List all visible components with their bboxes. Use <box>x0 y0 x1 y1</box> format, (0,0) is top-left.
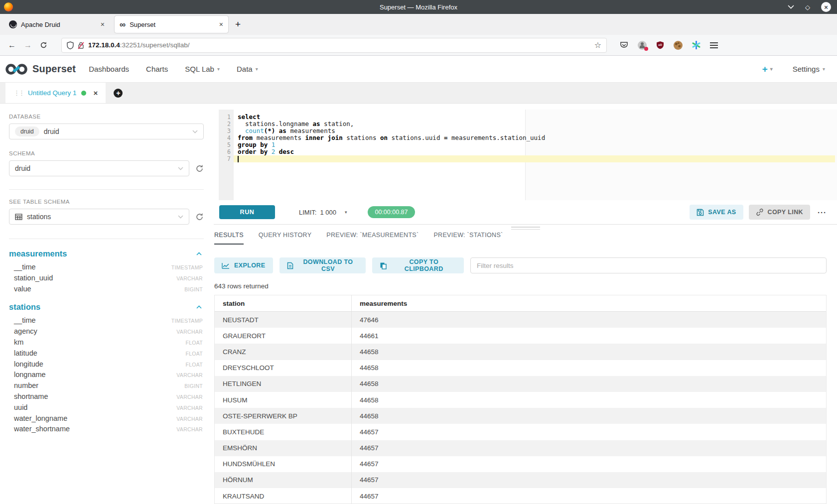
caret-down-icon: ▾ <box>217 66 220 72</box>
column-name: water_shortname <box>14 425 70 433</box>
table-row[interactable]: HUNDSMÜHLEN44657 <box>215 456 826 472</box>
link-icon <box>756 208 764 216</box>
window-close-icon[interactable]: × <box>821 2 831 12</box>
tab-close-icon[interactable]: × <box>219 20 223 28</box>
extension-icon[interactable] <box>638 41 647 50</box>
limit-dropdown[interactable]: LIMIT: 1 000 ▾ <box>299 209 347 216</box>
tab-close-icon[interactable]: × <box>101 20 105 28</box>
code-line[interactable]: count(*) as measurements <box>234 127 837 134</box>
table-row[interactable]: HUSUM44658 <box>215 392 826 408</box>
more-options-icon[interactable]: ··· <box>818 208 827 217</box>
schema-table-name[interactable]: stations <box>9 302 40 312</box>
table-row[interactable]: NEUSTADT47646 <box>215 312 826 328</box>
browser-tab-superset[interactable]: ∞ Superset × <box>115 16 228 33</box>
explore-button[interactable]: EXPLORE <box>214 257 273 273</box>
table-row[interactable]: BUXTEHUDE44657 <box>215 424 826 440</box>
code-line[interactable]: select <box>234 114 837 121</box>
editor-code-area[interactable]: select stations.longname as station, cou… <box>234 110 837 200</box>
settings-menu[interactable]: Settings▾ <box>793 65 825 73</box>
column-type: BIGINT <box>184 383 204 389</box>
window-restore-icon[interactable]: ◇ <box>805 3 810 11</box>
insecure-lock-icon[interactable] <box>78 41 84 49</box>
menu-icon[interactable] <box>710 45 718 46</box>
add-query-tab-button[interactable]: + <box>106 83 131 103</box>
database-select[interactable]: druid druid <box>9 124 204 139</box>
copy-link-button[interactable]: COPY LINK <box>749 205 810 220</box>
table-row[interactable]: GRAUERORT44661 <box>215 328 826 344</box>
gutter-line-number: 1 <box>219 114 234 121</box>
table-select[interactable]: stations <box>9 209 189 225</box>
schema-column-row: latitudeFLOAT <box>9 349 204 360</box>
superset-logo-icon <box>5 62 28 76</box>
schema-select[interactable]: druid <box>9 160 189 176</box>
cookie-icon[interactable] <box>674 41 683 50</box>
nav-item-data[interactable]: Data▾ <box>237 65 258 73</box>
reload-icon[interactable] <box>40 41 47 49</box>
druid-favicon-icon <box>9 20 17 28</box>
refresh-schema-icon[interactable] <box>195 164 204 173</box>
results-pane: RESULTS QUERY HISTORY PREVIEW: `MEASUREM… <box>214 224 837 504</box>
schema-label: SCHEMA <box>9 150 204 156</box>
column-header-station[interactable]: station <box>223 300 245 307</box>
database-label: DATABASE <box>9 114 204 120</box>
tab-results[interactable]: RESULTS <box>214 232 244 245</box>
table-row[interactable]: CRANZ44658 <box>215 344 826 360</box>
save-icon <box>697 209 704 216</box>
pane-resize-handle[interactable] <box>511 227 540 231</box>
tab-preview-measurements[interactable]: PREVIEW: `MEASUREMENTS` <box>326 232 418 245</box>
table-row[interactable]: HÖRNUM44657 <box>215 472 826 488</box>
station-cell: OSTE-SPERRWERK BP <box>223 412 297 420</box>
pocket-icon[interactable] <box>620 41 628 49</box>
shield-icon[interactable] <box>67 41 74 49</box>
table-row[interactable]: HETLINGEN44658 <box>215 376 826 392</box>
new-tab-icon[interactable]: + <box>235 19 241 30</box>
tab-title: Apache Druid <box>21 21 97 28</box>
table-row[interactable]: DREYSCHLOOT44658 <box>215 360 826 376</box>
copy-clipboard-button[interactable]: COPY TO CLIPBOARD <box>372 257 464 273</box>
superset-brand[interactable]: Superset <box>5 62 76 76</box>
forward-icon[interactable]: → <box>24 41 32 50</box>
column-type: BIGINT <box>184 286 204 292</box>
refresh-table-icon[interactable] <box>195 213 204 221</box>
measurements-cell: 44658 <box>360 396 379 404</box>
schema-column-row: shortnameVARCHAR <box>9 392 204 403</box>
ublock-icon[interactable]: uO <box>656 41 664 49</box>
download-csv-button[interactable]: DOWNLOAD TO CSV <box>279 257 366 273</box>
drag-dots-icon[interactable]: ⋮⋮ <box>13 89 23 97</box>
url-bar[interactable]: 172.18.0.4:32251/superset/sqllab/ ☆ <box>61 38 607 53</box>
filter-results-input[interactable] <box>470 257 827 273</box>
gutter-line-number: 5 <box>219 141 234 148</box>
results-table-header[interactable]: station measurements <box>215 295 826 312</box>
table-row[interactable]: OSTE-SPERRWERK BP44658 <box>215 408 826 424</box>
save-as-button[interactable]: SAVE AS <box>690 205 743 220</box>
chevron-up-icon[interactable] <box>196 305 204 309</box>
back-icon[interactable]: ← <box>8 41 16 50</box>
code-line[interactable]: stations.longname as station, <box>234 121 837 127</box>
column-header-measurements[interactable]: measurements <box>360 300 407 307</box>
sql-editor[interactable]: 1234567 select stations.longname as stat… <box>219 110 837 200</box>
nav-item-charts[interactable]: Charts <box>146 65 168 73</box>
tab-preview-stations[interactable]: PREVIEW: `STATIONS` <box>433 232 503 245</box>
browser-tab-apache-druid[interactable]: Apache Druid × <box>4 16 110 33</box>
table-row[interactable]: KRAUTSAND44657 <box>215 488 826 504</box>
url-text[interactable]: 172.18.0.4:32251/superset/sqllab/ <box>88 41 590 49</box>
code-line[interactable]: group by 1 <box>234 141 837 148</box>
status-dot <box>81 91 86 96</box>
schema-table-name[interactable]: measurements <box>9 249 67 258</box>
query-tab-untitled-query-1[interactable]: ⋮⋮ Untitled Query 1 × <box>5 83 106 103</box>
run-button[interactable]: RUN <box>219 205 275 219</box>
nav-item-sql-lab[interactable]: SQL Lab▾ <box>185 65 220 73</box>
window-minimize-icon[interactable] <box>788 5 794 9</box>
asterisk-extension-icon[interactable] <box>692 41 700 49</box>
nav-item-dashboards[interactable]: Dashboards <box>89 65 129 73</box>
code-line[interactable] <box>234 155 835 162</box>
chevron-up-icon[interactable] <box>196 252 204 255</box>
tab-query-history[interactable]: QUERY HISTORY <box>259 232 311 245</box>
add-new-button[interactable]: +▾ <box>762 64 773 75</box>
code-line[interactable]: order by 2 desc <box>234 148 837 155</box>
bookmark-star-icon[interactable]: ☆ <box>594 40 601 50</box>
column-name: km <box>14 338 23 346</box>
query-tab-close-icon[interactable]: × <box>94 89 98 97</box>
table-row[interactable]: EMSHÖRN44657 <box>215 440 826 456</box>
code-line[interactable]: from measurements inner join stations on… <box>234 134 837 141</box>
